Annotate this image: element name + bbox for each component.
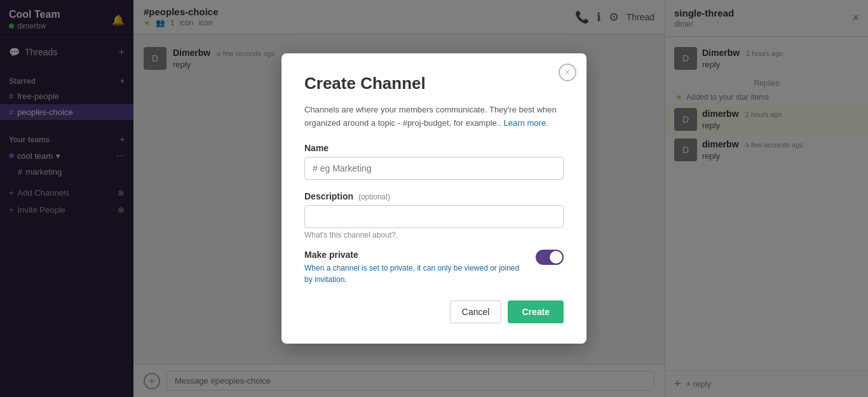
cancel-button[interactable]: Cancel (450, 300, 502, 323)
channel-name-input[interactable] (304, 157, 564, 180)
create-channel-modal: × Create Channel Channels are where your… (281, 53, 587, 344)
modal-description: Channels are where your members communic… (304, 104, 564, 130)
make-private-description: When a channel is set to private, it can… (304, 262, 528, 285)
description-hint: What's this channel about?. (304, 231, 564, 239)
make-private-left: Make private When a channel is set to pr… (304, 250, 528, 285)
make-private-toggle[interactable] (536, 250, 564, 265)
channel-description-input[interactable] (304, 205, 564, 228)
name-field-label: Name (304, 143, 564, 153)
create-button[interactable]: Create (508, 300, 564, 323)
learn-more-link[interactable]: Learn more. (504, 118, 548, 128)
modal-footer: Cancel Create (304, 300, 564, 323)
modal-close-button[interactable]: × (559, 64, 576, 81)
optional-label: (optional) (358, 192, 390, 201)
toggle-knob (550, 251, 562, 264)
modal-title: Create Channel (304, 74, 564, 93)
modal-overlay: × Create Channel Channels are where your… (0, 0, 868, 397)
description-field-label: Description (optional) (304, 191, 564, 201)
make-private-label: Make private (304, 250, 528, 260)
make-private-row: Make private When a channel is set to pr… (304, 250, 564, 285)
